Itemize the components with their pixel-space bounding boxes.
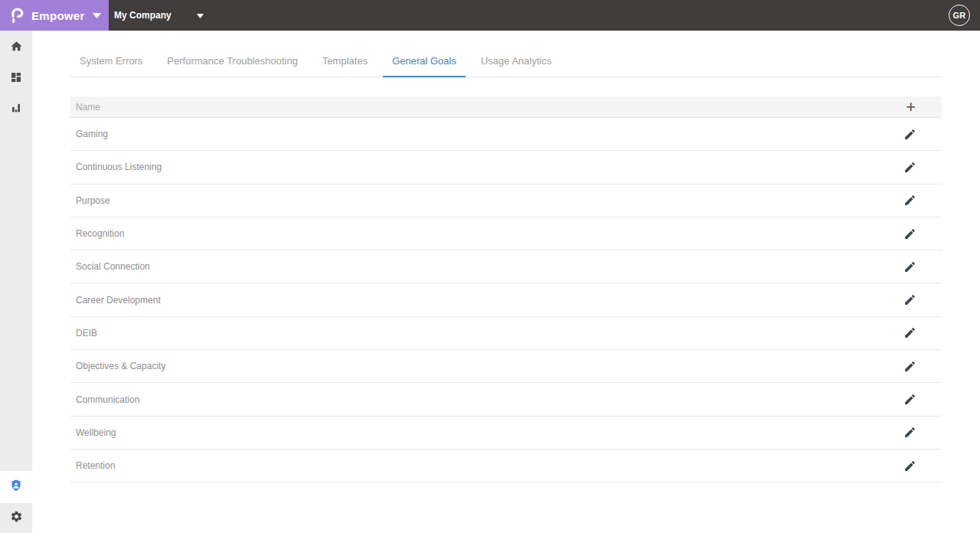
edit-button[interactable] [903,293,916,306]
table-row: Recognition [70,217,942,250]
pencil-icon [903,459,916,473]
sidebar-item-settings[interactable] [0,503,32,533]
pencil-icon [903,393,916,406]
sidebar-bottom-icons [0,471,32,533]
pencil-icon [903,360,916,373]
pencil-icon [903,326,916,339]
table-row: Continuous Listening [70,151,942,184]
table-row: Social Connection [70,250,942,283]
goal-name: Wellbeing [76,427,116,438]
edit-button[interactable] [903,459,916,473]
goal-name: Objectives & Capacity [76,361,165,371]
brand-area[interactable]: Empower [0,0,109,31]
edit-button[interactable] [903,326,916,339]
table-row: Objectives & Capacity [70,350,942,383]
goals-table: Name + Gaming [70,96,942,482]
add-goal-button[interactable]: + [906,100,916,115]
tab-label: Templates [322,55,368,67]
company-selector[interactable]: My Company [109,0,214,31]
table-row: Career Development [70,283,942,316]
edit-button[interactable] [903,128,916,141]
gear-icon [10,510,23,526]
pencil-icon [903,161,916,174]
chevron-down-icon[interactable] [93,13,101,18]
company-selector-value: My Company [114,10,172,21]
edit-button[interactable] [903,161,916,174]
tab[interactable]: Usage Analytics [472,47,561,77]
sidebar-item-admin[interactable] [0,471,32,503]
goal-name: Retention [76,460,115,471]
pencil-icon [903,293,916,306]
goal-name: Career Development [76,295,161,306]
pencil-icon [903,227,916,240]
tab-label: General Goals [392,55,456,67]
table-row: Wellbeing [70,417,942,450]
app-root: Empower My Company GR [0,0,980,533]
table-header: Name + [70,96,942,118]
goal-name: Recognition [76,228,124,239]
home-icon [10,40,23,55]
goal-name: Gaming [76,129,108,139]
edit-button[interactable] [903,260,916,273]
admin-shield-icon [9,479,23,495]
sidebar-item-home[interactable] [0,32,32,63]
pencil-icon [903,128,916,141]
main-content: System Errors Performance Troubleshootin… [32,31,980,533]
column-header-name: Name [76,102,100,113]
caret-down-icon [197,10,204,21]
tab-label: Usage Analytics [481,55,552,67]
table-rows: Gaming Continuous Listening [70,118,942,482]
goal-name: Purpose [76,195,110,206]
topbar-spacer [214,0,949,31]
goal-name: DEIB [76,328,97,338]
edit-button[interactable] [903,426,916,439]
pencil-icon [903,426,916,439]
edit-button[interactable] [903,227,916,240]
table-row: DEIB [70,317,942,350]
goal-name: Social Connection [76,261,150,272]
tab[interactable]: System Errors [70,47,152,77]
tab-label: System Errors [80,55,142,67]
edit-button[interactable] [903,360,916,373]
avatar[interactable]: GR [949,5,970,26]
table-row: Retention [70,450,942,482]
sidebar-top-icons [0,31,32,124]
sidebar-item-dashboard[interactable] [0,63,32,93]
tab[interactable]: Performance Troubleshooting [158,47,307,77]
sidebar [0,31,32,533]
pencil-icon [903,194,916,207]
sidebar-item-analytics[interactable] [0,93,32,124]
tab[interactable]: Templates [313,47,377,77]
goal-name: Continuous Listening [76,162,162,172]
tab-bar: System Errors Performance Troubleshootin… [70,47,942,77]
tab-label: Performance Troubleshooting [167,55,298,67]
brand-name: Empower [31,9,85,22]
table-row: Communication [70,383,942,416]
tab[interactable]: General Goals [383,47,466,77]
bar-chart-icon [10,102,22,116]
page-body: System Errors Performance Troubleshootin… [0,31,980,533]
pencil-icon [903,260,916,273]
edit-button[interactable] [903,194,916,207]
empower-logo-icon [9,6,26,25]
topbar: Empower My Company GR [0,0,980,31]
dashboard-icon [10,71,22,86]
table-row: Purpose [70,185,942,217]
edit-button[interactable] [903,393,916,406]
table-row: Gaming [70,118,942,151]
goal-name: Communication [76,394,139,405]
